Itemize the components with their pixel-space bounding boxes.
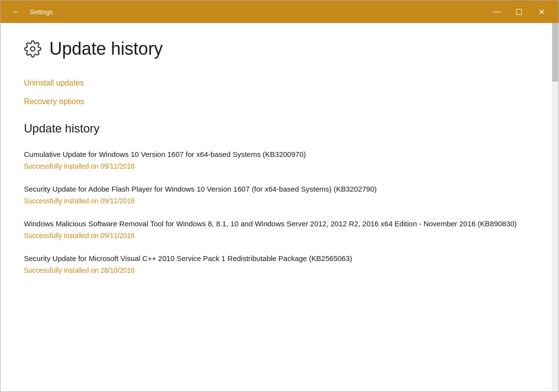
uninstall-updates-link[interactable]: Uninstall updates [24, 79, 528, 87]
links-section: Uninstall updates Recovery options [24, 79, 528, 106]
update-item: Windows Malicious Software Removal Tool … [24, 218, 528, 240]
main-content: Update history Uninstall updates Recover… [0, 23, 552, 392]
update-status: Successfully installed on 28/10/2016 [24, 266, 528, 274]
window: ← Settings — ☐ ✕ Update history Uninstal… [0, 0, 559, 392]
section-title: Update history [24, 122, 528, 135]
update-name: Cumulative Update for Windows 10 Version… [24, 149, 528, 159]
update-name: Windows Malicious Software Removal Tool … [24, 218, 528, 229]
scrollbar[interactable] [552, 23, 559, 392]
page-header: Update history [24, 39, 528, 59]
update-status: Successfully installed on 09/11/2016 [24, 197, 528, 205]
svg-point-0 [31, 47, 35, 51]
window-controls: — ☐ ✕ [485, 0, 553, 23]
content-area: Update history Uninstall updates Recover… [0, 23, 559, 392]
update-status: Successfully installed on 09/11/2016 [24, 232, 528, 240]
window-title: Settings [30, 8, 485, 16]
update-status: Successfully installed on 09/11/2016 [24, 162, 528, 170]
maximize-button[interactable]: ☐ [508, 0, 530, 23]
back-button[interactable]: ← [6, 2, 26, 22]
title-bar: ← Settings — ☐ ✕ [0, 0, 559, 23]
update-name: Security Update for Adobe Flash Player f… [24, 184, 528, 194]
scrollbar-thumb[interactable] [552, 23, 558, 82]
minimize-button[interactable]: — [485, 0, 508, 23]
update-item: Security Update for Adobe Flash Player f… [24, 184, 528, 205]
recovery-options-link[interactable]: Recovery options [24, 97, 528, 106]
update-name: Security Update for Microsoft Visual C++… [24, 253, 528, 263]
update-item: Cumulative Update for Windows 10 Version… [24, 149, 528, 170]
gear-icon [24, 40, 42, 58]
page-title: Update history [49, 39, 163, 59]
close-button[interactable]: ✕ [530, 0, 553, 23]
update-item: Security Update for Microsoft Visual C++… [24, 253, 528, 274]
